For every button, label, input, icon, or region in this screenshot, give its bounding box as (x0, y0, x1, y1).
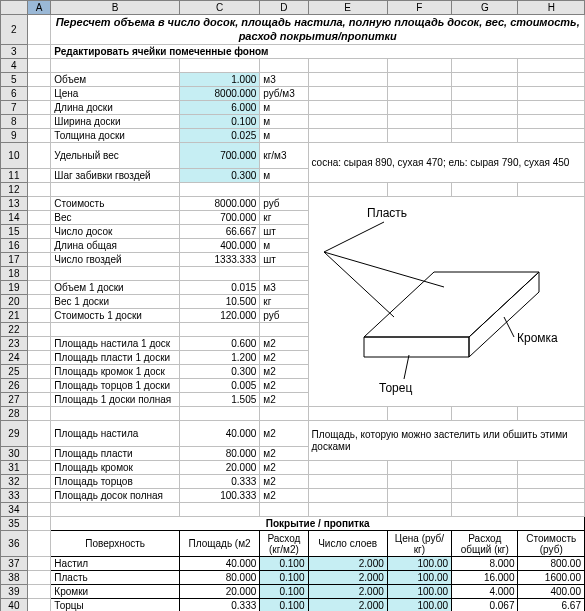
row-header-17[interactable]: 17 (1, 253, 28, 267)
row-header-22[interactable]: 22 (1, 323, 28, 337)
area-single-value[interactable]: 1.505 (179, 393, 259, 407)
calc-value[interactable]: 66.667 (179, 225, 259, 239)
row-header-12[interactable]: 12 (1, 183, 28, 197)
single-value[interactable]: 10.500 (179, 295, 259, 309)
row-header-15[interactable]: 15 (1, 225, 28, 239)
coating-area[interactable]: 20.000 (179, 585, 259, 599)
row-header-8[interactable]: 8 (1, 115, 28, 129)
calc-label: Число гвоздей (51, 253, 180, 267)
coating-header: Расход (кг/м2) (260, 531, 308, 557)
calc-value[interactable]: 400.000 (179, 239, 259, 253)
param-unit: кг/м3 (260, 143, 308, 169)
coating-header: Расход общий (кг) (452, 531, 518, 557)
col-header-F[interactable]: F (387, 1, 451, 15)
param-value[interactable]: 700.000 (179, 143, 259, 169)
row-header-24[interactable]: 24 (1, 351, 28, 365)
coating-area[interactable]: 80.000 (179, 571, 259, 585)
coating-area[interactable]: 0.333 (179, 599, 259, 612)
param-unit: м (260, 129, 308, 143)
row-header-40[interactable]: 40 (1, 599, 28, 612)
param-value[interactable]: 6.000 (179, 101, 259, 115)
coating-area[interactable]: 40.000 (179, 557, 259, 571)
coating-rate[interactable]: 0.100 (260, 599, 308, 612)
row-header-37[interactable]: 37 (1, 557, 28, 571)
coating-price[interactable]: 100.00 (387, 599, 451, 612)
row-header-4[interactable]: 4 (1, 59, 28, 73)
single-value[interactable]: 0.015 (179, 281, 259, 295)
row-header-6[interactable]: 6 (1, 87, 28, 101)
row-header-26[interactable]: 26 (1, 379, 28, 393)
col-header-C[interactable]: C (179, 1, 259, 15)
coating-price[interactable]: 100.00 (387, 585, 451, 599)
row-header-20[interactable]: 20 (1, 295, 28, 309)
param-value[interactable]: 0.300 (179, 169, 259, 183)
row-header-7[interactable]: 7 (1, 101, 28, 115)
row-header-10[interactable]: 10 (1, 143, 28, 169)
row-header-29[interactable]: 29 (1, 421, 28, 447)
row-header-27[interactable]: 27 (1, 393, 28, 407)
row-header-23[interactable]: 23 (1, 337, 28, 351)
row-header-2[interactable]: 2 (1, 15, 28, 45)
area-single-value[interactable]: 0.600 (179, 337, 259, 351)
coating-name: Кромки (51, 585, 180, 599)
col-header-G[interactable]: G (452, 1, 518, 15)
page-title: Пересчет объема в число досок, площадь н… (51, 15, 585, 45)
row-header-21[interactable]: 21 (1, 309, 28, 323)
row-header-38[interactable]: 38 (1, 571, 28, 585)
row-header-13[interactable]: 13 (1, 197, 28, 211)
col-header-B[interactable]: B (51, 1, 180, 15)
row-header-9[interactable]: 9 (1, 129, 28, 143)
row-header-14[interactable]: 14 (1, 211, 28, 225)
col-header-A[interactable]: A (27, 1, 51, 15)
row-header-31[interactable]: 31 (1, 461, 28, 475)
row-header-3[interactable]: 3 (1, 45, 28, 59)
param-value[interactable]: 0.025 (179, 129, 259, 143)
area-single-value[interactable]: 0.005 (179, 379, 259, 393)
coating-layers[interactable]: 2.000 (308, 557, 387, 571)
area-single-value[interactable]: 1.200 (179, 351, 259, 365)
row-header-36[interactable]: 36 (1, 531, 28, 557)
calc-value[interactable]: 1333.333 (179, 253, 259, 267)
area-total-value[interactable]: 0.333 (179, 475, 259, 489)
param-value[interactable]: 1.000 (179, 73, 259, 87)
coating-price[interactable]: 100.00 (387, 557, 451, 571)
row-header-11[interactable]: 11 (1, 169, 28, 183)
coating-layers[interactable]: 2.000 (308, 571, 387, 585)
select-all-corner[interactable] (1, 1, 28, 15)
col-header-D[interactable]: D (260, 1, 308, 15)
row-header-35[interactable]: 35 (1, 517, 28, 531)
row-header-28[interactable]: 28 (1, 407, 28, 421)
coating-rate[interactable]: 0.100 (260, 585, 308, 599)
col-header-H[interactable]: H (518, 1, 585, 15)
area-total-value[interactable]: 40.000 (179, 421, 259, 447)
area-single-value[interactable]: 0.300 (179, 365, 259, 379)
row-header-5[interactable]: 5 (1, 73, 28, 87)
row-header-34[interactable]: 34 (1, 503, 28, 517)
calc-value[interactable]: 8000.000 (179, 197, 259, 211)
row-header-30[interactable]: 30 (1, 447, 28, 461)
calc-unit: шт (260, 225, 308, 239)
param-unit: м (260, 169, 308, 183)
row-header-25[interactable]: 25 (1, 365, 28, 379)
param-unit: м3 (260, 73, 308, 87)
param-value[interactable]: 0.100 (179, 115, 259, 129)
area-total-value[interactable]: 20.000 (179, 461, 259, 475)
row-header-18[interactable]: 18 (1, 267, 28, 281)
coating-price[interactable]: 100.00 (387, 571, 451, 585)
single-value[interactable]: 120.000 (179, 309, 259, 323)
col-header-E[interactable]: E (308, 1, 387, 15)
area-total-value[interactable]: 100.333 (179, 489, 259, 503)
row-header-39[interactable]: 39 (1, 585, 28, 599)
row-header-16[interactable]: 16 (1, 239, 28, 253)
row-header-32[interactable]: 32 (1, 475, 28, 489)
coating-rate[interactable]: 0.100 (260, 571, 308, 585)
coating-layers[interactable]: 2.000 (308, 599, 387, 612)
coating-layers[interactable]: 2.000 (308, 585, 387, 599)
coating-rate[interactable]: 0.100 (260, 557, 308, 571)
calc-value[interactable]: 700.000 (179, 211, 259, 225)
row-header-33[interactable]: 33 (1, 489, 28, 503)
area-total-value[interactable]: 80.000 (179, 447, 259, 461)
calc-label: Длина общая (51, 239, 180, 253)
row-header-19[interactable]: 19 (1, 281, 28, 295)
param-value[interactable]: 8000.000 (179, 87, 259, 101)
